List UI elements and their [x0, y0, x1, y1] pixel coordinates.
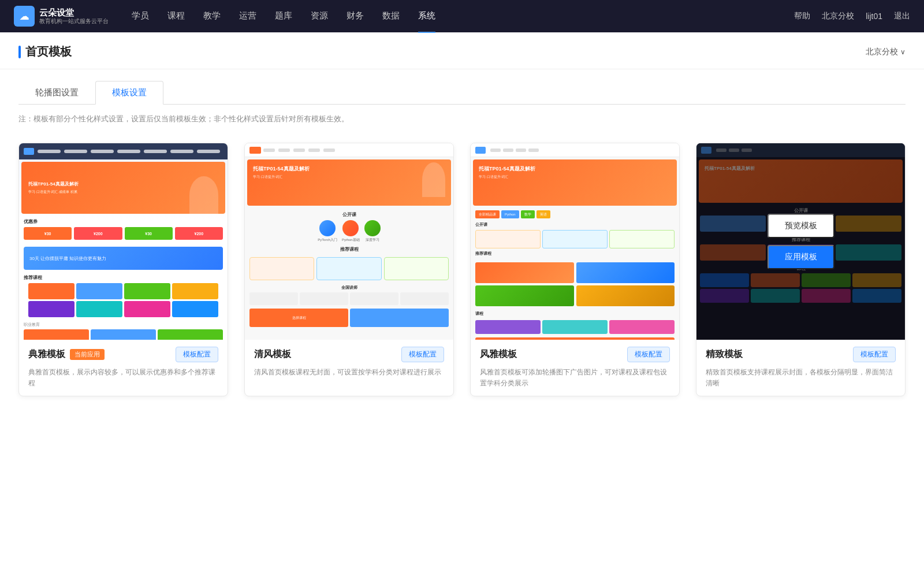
template-name-4: 精致模板 — [706, 348, 743, 361]
template-preview-4[interactable]: 预览模板 应用模板 托福TP01-54真题及 — [696, 143, 905, 340]
tab-template[interactable]: 模板设置 — [95, 81, 163, 105]
preview-template-btn[interactable]: 预览模板 — [767, 214, 834, 238]
templates-grid: 托福TP01-54真题及解析 学习·口语提升·词汇·成绩单 积累 优惠券 ¥30… — [18, 143, 906, 396]
t2-banner: 托福TP01-54真题及解析 学习·口语提升·词汇 — [247, 159, 451, 206]
logout-button[interactable]: 退出 — [894, 11, 910, 21]
logo[interactable]: ☁ 云朵设堂 教育机构一站式服务云平台 — [14, 6, 109, 27]
template-desc-2: 清风首页模板课程无封面，可设置按学科分类对课程进行展示 — [254, 367, 444, 378]
nav-item-questions[interactable]: 题库 — [275, 0, 292, 33]
logo-text: 云朵设堂 教育机构一站式服务云平台 — [39, 8, 109, 25]
template-footer-2: 清风模板 模板配置 清风首页模板课程无封面，可设置按学科分类对课程进行展示 — [245, 340, 453, 385]
template-name-group-1: 典雅模板 当前应用 — [28, 348, 105, 361]
logo-sub: 教育机构一站式服务云平台 — [39, 18, 109, 25]
nav-item-data[interactable]: 数据 — [382, 0, 400, 33]
t3-header — [471, 143, 679, 157]
template-desc-4: 精致首页模板支持课程展示封面，各模板分隔明显，界面简洁清晰 — [706, 367, 896, 389]
template-card-2: 托福TP01-54真题及解析 学习·口语提升·词汇 公开课 PyTorch入门 — [244, 143, 454, 396]
main-content: 首页模板 北京分校 ∨ 轮播图设置 模板设置 注：模板有部分个性化样式设置，设置… — [0, 32, 924, 572]
nav-item-finance[interactable]: 财务 — [346, 0, 364, 33]
page-title-wrap: 首页模板 — [18, 44, 72, 69]
nav-item-students[interactable]: 学员 — [132, 0, 149, 33]
template-name-1: 典雅模板 — [28, 348, 65, 361]
template-name-2: 清风模板 — [254, 348, 291, 361]
template-name-row-3: 风雅模板 模板配置 — [480, 347, 670, 362]
template-desc-3: 风雅首页模板可添加轮播图下广告图片，可对课程及课程包设置学科分类展示 — [480, 367, 670, 389]
template-config-btn-4[interactable]: 模板配置 — [853, 347, 896, 362]
template-footer-4: 精致模板 模板配置 精致首页模板支持课程展示封面，各模板分隔明显，界面简洁清晰 — [696, 340, 905, 396]
template-badge-1: 当前应用 — [70, 349, 105, 360]
t1-header — [19, 143, 228, 159]
tab-carousel[interactable]: 轮播图设置 — [18, 81, 95, 105]
logo-icon: ☁ — [14, 6, 35, 27]
template-name-group-4: 精致模板 — [706, 348, 743, 361]
nav-item-teaching[interactable]: 教学 — [203, 0, 221, 33]
template-name-group-2: 清风模板 — [254, 348, 291, 361]
template-config-btn-3[interactable]: 模板配置 — [627, 347, 670, 362]
template-card-1: 托福TP01-54真题及解析 学习·口语提升·词汇·成绩单 积累 优惠券 ¥30… — [18, 143, 228, 396]
t3-banner: 托福TP01-54真题及解析 学习·口语提升·词汇 — [473, 159, 677, 206]
note-text: 注：模板有部分个性化样式设置，设置后仅当前模板生效；非个性化样式设置后针对所有模… — [0, 105, 924, 133]
template-desc-1: 典雅首页模板，展示内容较多，可以展示优惠券和多个推荐课程 — [28, 367, 218, 389]
templates-section: 托福TP01-54真题及解析 学习·口语提升·词汇·成绩单 积累 优惠券 ¥30… — [0, 133, 924, 419]
school-selector[interactable]: 北京分校 ∨ — [866, 47, 906, 66]
nav-item-system[interactable]: 系统 — [418, 0, 435, 33]
template-config-btn-1[interactable]: 模板配置 — [176, 347, 218, 362]
template-overlay-4: 预览模板 应用模板 — [696, 143, 905, 340]
template-preview-3[interactable]: 托福TP01-54真题及解析 学习·口语提升·词汇 全部精品课 Python 数… — [471, 143, 679, 340]
t1-promo: 30天 让你摆脱平庸 知识使你更有魅力 — [24, 247, 223, 270]
t1-banner: 托福TP01-54真题及解析 学习·口语提升·词汇·成绩单 积累 — [21, 162, 225, 214]
template-name-row-2: 清风模板 模板配置 — [254, 347, 444, 362]
page-title-bar — [18, 46, 21, 58]
nav-item-courses[interactable]: 课程 — [167, 0, 185, 33]
template-footer-1: 典雅模板 当前应用 模板配置 典雅首页模板，展示内容较多，可以展示优惠券和多个推… — [19, 340, 228, 396]
tabs: 轮播图设置 模板设置 — [18, 81, 906, 105]
user-menu[interactable]: lijt01 — [866, 12, 882, 21]
page-header: 首页模板 北京分校 ∨ — [0, 32, 924, 69]
nav-right: 帮助 北京分校 lijt01 退出 — [794, 11, 910, 21]
template-name-row-1: 典雅模板 当前应用 模板配置 — [28, 347, 218, 362]
template-name-group-3: 风雅模板 — [480, 348, 517, 361]
template-preview-1[interactable]: 托福TP01-54真题及解析 学习·口语提升·词汇·成绩单 积累 优惠券 ¥30… — [19, 143, 228, 340]
template-footer-3: 风雅模板 模板配置 风雅首页模板可添加轮播图下广告图片，可对课程及课程包设置学科… — [471, 340, 679, 396]
template-card-4: 预览模板 应用模板 托福TP01-54真题及 — [696, 143, 906, 396]
chevron-down-icon: ∨ — [900, 48, 906, 56]
help-link[interactable]: 帮助 — [794, 11, 810, 21]
template-config-btn-2[interactable]: 模板配置 — [401, 347, 444, 362]
template-preview-2[interactable]: 托福TP01-54真题及解析 学习·口语提升·词汇 公开课 PyTorch入门 — [245, 143, 453, 340]
template-card-3: 托福TP01-54真题及解析 学习·口语提升·词汇 全部精品课 Python 数… — [470, 143, 680, 396]
apply-template-btn[interactable]: 应用模板 — [767, 245, 834, 269]
t1-courses: 推荐课程 — [19, 272, 228, 320]
t2-header — [245, 143, 453, 157]
t1-section: 优惠券 ¥30 ¥200 ¥30 ¥200 — [19, 216, 228, 244]
template-name-row-4: 精致模板 模板配置 — [706, 347, 896, 362]
navbar: ☁ 云朵设堂 教育机构一站式服务云平台 学员 课程 教学 运营 题库 资源 财务… — [0, 0, 924, 32]
nav-menu: 学员 课程 教学 运营 题库 资源 财务 数据 系统 — [132, 0, 794, 33]
template-name-3: 风雅模板 — [480, 348, 517, 361]
school-link[interactable]: 北京分校 — [822, 11, 854, 21]
page-title: 首页模板 — [25, 44, 72, 60]
nav-item-resources[interactable]: 资源 — [311, 0, 328, 33]
tabs-container: 轮播图设置 模板设置 — [0, 69, 924, 105]
school-name: 北京分校 — [866, 47, 898, 57]
nav-item-operations[interactable]: 运营 — [239, 0, 256, 33]
logo-main: 云朵设堂 — [39, 8, 109, 18]
